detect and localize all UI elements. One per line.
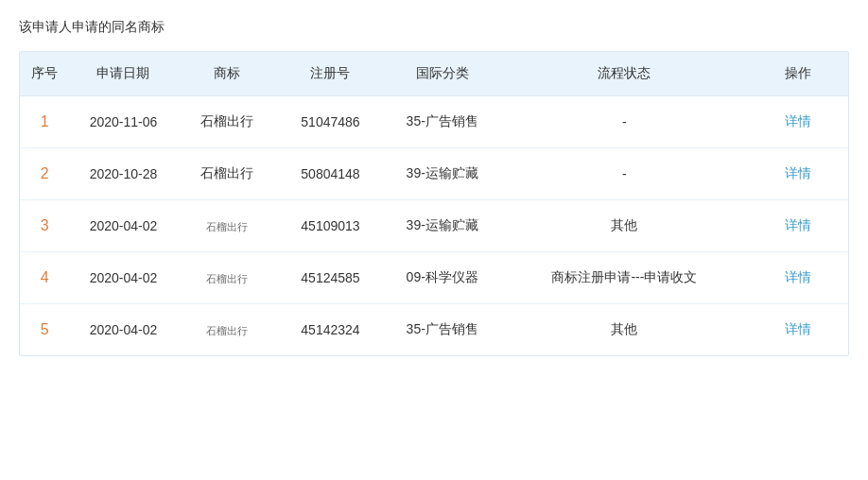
cell-action: 详情	[749, 200, 848, 252]
cell-status: 其他	[500, 200, 749, 252]
cell-trademark: 石榴出行	[177, 252, 276, 304]
page-title: 该申请人申请的同名商标	[19, 19, 849, 36]
header-regnum: 注册号	[277, 52, 385, 96]
trademark-table-container: 序号 申请日期 商标 注册号 国际分类 流程状态 操作 12020-11-06石…	[19, 51, 849, 356]
trademark-table: 序号 申请日期 商标 注册号 国际分类 流程状态 操作 12020-11-06石…	[20, 52, 848, 355]
header-date: 申请日期	[70, 52, 178, 96]
cell-date: 2020-04-02	[70, 252, 178, 304]
header-trademark: 商标	[177, 52, 276, 96]
header-action: 操作	[749, 52, 848, 96]
cell-regnum: 45142324	[277, 304, 385, 356]
cell-status: -	[500, 96, 749, 148]
cell-status: -	[500, 148, 749, 200]
detail-link[interactable]: 详情	[785, 269, 811, 284]
cell-date: 2020-11-06	[70, 96, 178, 148]
cell-trademark: 石榴出行	[177, 96, 276, 148]
header-class: 国际分类	[384, 52, 500, 96]
table-row: 52020-04-02石榴出行4514232435-广告销售其他详情	[20, 304, 848, 356]
cell-action: 详情	[749, 304, 848, 356]
cell-status: 其他	[500, 304, 749, 356]
cell-seq: 1	[20, 96, 70, 148]
cell-seq: 5	[20, 304, 70, 356]
cell-date: 2020-04-02	[70, 304, 178, 356]
cell-action: 详情	[749, 252, 848, 304]
header-status: 流程状态	[500, 52, 749, 96]
table-row: 12020-11-06石榴出行5104748635-广告销售-详情	[20, 96, 848, 148]
cell-date: 2020-10-28	[70, 148, 178, 200]
cell-seq: 4	[20, 252, 70, 304]
detail-link[interactable]: 详情	[785, 113, 811, 129]
cell-class: 35-广告销售	[384, 304, 500, 356]
cell-regnum: 50804148	[277, 148, 385, 200]
table-row: 42020-04-02石榴出行4512458509-科学仪器商标注册申请---申…	[20, 252, 848, 304]
cell-action: 详情	[749, 148, 848, 200]
cell-regnum: 45109013	[277, 200, 385, 252]
cell-trademark: 石榴出行	[177, 304, 276, 356]
table-header-row: 序号 申请日期 商标 注册号 国际分类 流程状态 操作	[20, 52, 848, 96]
cell-trademark: 石榴出行	[177, 200, 276, 252]
detail-link[interactable]: 详情	[785, 217, 811, 232]
cell-date: 2020-04-02	[70, 200, 178, 252]
cell-status: 商标注册申请---申请收文	[500, 252, 749, 304]
cell-class: 39-运输贮藏	[384, 148, 500, 200]
header-seq: 序号	[20, 52, 70, 96]
table-row: 22020-10-28石榴出行5080414839-运输贮藏-详情	[20, 148, 848, 200]
cell-trademark: 石榴出行	[177, 148, 276, 200]
detail-link[interactable]: 详情	[785, 321, 811, 336]
detail-link[interactable]: 详情	[785, 165, 811, 180]
cell-regnum: 51047486	[277, 96, 385, 148]
cell-action: 详情	[749, 96, 848, 148]
cell-seq: 3	[20, 200, 70, 252]
cell-class: 09-科学仪器	[384, 252, 500, 304]
cell-class: 39-运输贮藏	[384, 200, 500, 252]
cell-regnum: 45124585	[277, 252, 385, 304]
table-row: 32020-04-02石榴出行4510901339-运输贮藏其他详情	[20, 200, 848, 252]
cell-class: 35-广告销售	[384, 96, 500, 148]
cell-seq: 2	[20, 148, 70, 200]
